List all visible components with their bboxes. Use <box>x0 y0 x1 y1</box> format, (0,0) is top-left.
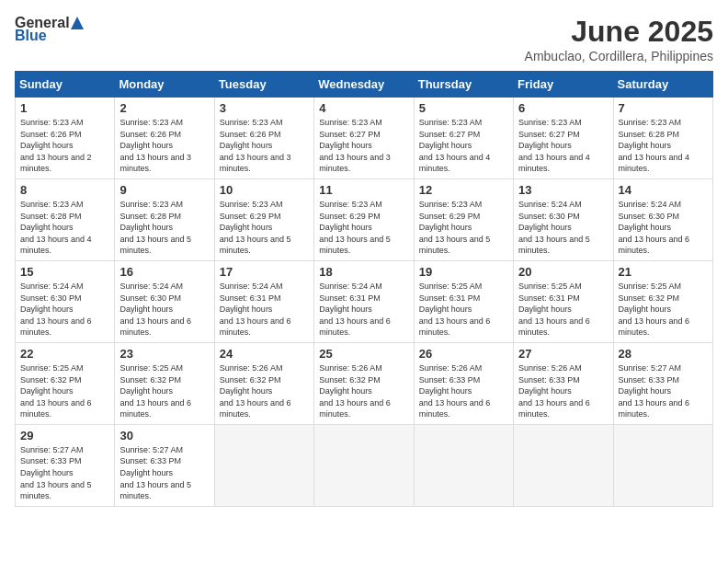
calendar-cell: 16Sunrise: 5:24 AMSunset: 6:30 PMDayligh… <box>115 260 214 342</box>
weekday-header-row: Sunday Monday Tuesday Wednesday Thursday… <box>16 72 713 98</box>
calendar-cell: 5Sunrise: 5:23 AMSunset: 6:27 PMDaylight… <box>414 98 513 179</box>
week-row: 29Sunrise: 5:27 AMSunset: 6:33 PMDayligh… <box>16 424 713 506</box>
week-row: 8Sunrise: 5:23 AMSunset: 6:28 PMDaylight… <box>16 178 713 260</box>
week-row: 22Sunrise: 5:25 AMSunset: 6:32 PMDayligh… <box>16 342 713 424</box>
calendar-cell <box>214 424 313 506</box>
calendar-cell: 8Sunrise: 5:23 AMSunset: 6:28 PMDaylight… <box>16 178 115 260</box>
calendar-cell: 15Sunrise: 5:24 AMSunset: 6:30 PMDayligh… <box>16 260 115 342</box>
subtitle: Ambuclao, Cordillera, Philippines <box>525 49 713 63</box>
header-saturday: Saturday <box>613 72 712 98</box>
calendar-cell: 2Sunrise: 5:23 AMSunset: 6:26 PMDaylight… <box>115 98 214 179</box>
calendar-cell <box>314 424 414 506</box>
logo: General Blue <box>15 15 85 44</box>
logo-blue: Blue <box>15 28 85 44</box>
calendar-cell: 3Sunrise: 5:23 AMSunset: 6:26 PMDaylight… <box>214 98 313 179</box>
header-tuesday: Tuesday <box>214 72 313 98</box>
calendar-cell <box>613 424 712 506</box>
header-thursday: Thursday <box>414 72 513 98</box>
calendar-cell: 14Sunrise: 5:24 AMSunset: 6:30 PMDayligh… <box>613 178 712 260</box>
header-sunday: Sunday <box>16 72 115 98</box>
calendar-cell: 23Sunrise: 5:25 AMSunset: 6:32 PMDayligh… <box>115 342 214 424</box>
calendar-cell: 1Sunrise: 5:23 AMSunset: 6:26 PMDaylight… <box>16 98 115 179</box>
calendar-cell: 12Sunrise: 5:23 AMSunset: 6:29 PMDayligh… <box>414 178 513 260</box>
calendar-cell: 18Sunrise: 5:24 AMSunset: 6:31 PMDayligh… <box>314 260 414 342</box>
header-wednesday: Wednesday <box>314 72 414 98</box>
calendar-cell: 7Sunrise: 5:23 AMSunset: 6:28 PMDaylight… <box>613 98 712 179</box>
calendar-cell <box>514 424 613 506</box>
calendar-cell: 19Sunrise: 5:25 AMSunset: 6:31 PMDayligh… <box>414 260 513 342</box>
calendar-cell: 11Sunrise: 5:23 AMSunset: 6:29 PMDayligh… <box>314 178 414 260</box>
calendar-cell <box>414 424 513 506</box>
calendar-cell: 26Sunrise: 5:26 AMSunset: 6:33 PMDayligh… <box>414 342 513 424</box>
title-section: June 2025 Ambuclao, Cordillera, Philippi… <box>525 15 713 63</box>
calendar-cell: 28Sunrise: 5:27 AMSunset: 6:33 PMDayligh… <box>613 342 712 424</box>
main-title: June 2025 <box>525 15 713 49</box>
calendar-cell: 13Sunrise: 5:24 AMSunset: 6:30 PMDayligh… <box>514 178 613 260</box>
week-row: 15Sunrise: 5:24 AMSunset: 6:30 PMDayligh… <box>16 260 713 342</box>
calendar-cell: 30Sunrise: 5:27 AMSunset: 6:33 PMDayligh… <box>115 424 214 506</box>
week-row-1: 1Sunrise: 5:23 AMSunset: 6:26 PMDaylight… <box>16 98 713 179</box>
calendar-cell: 25Sunrise: 5:26 AMSunset: 6:32 PMDayligh… <box>314 342 414 424</box>
calendar-cell: 6Sunrise: 5:23 AMSunset: 6:27 PMDaylight… <box>514 98 613 179</box>
calendar-cell: 20Sunrise: 5:25 AMSunset: 6:31 PMDayligh… <box>514 260 613 342</box>
calendar-cell: 10Sunrise: 5:23 AMSunset: 6:29 PMDayligh… <box>214 178 313 260</box>
calendar-cell: 17Sunrise: 5:24 AMSunset: 6:31 PMDayligh… <box>214 260 313 342</box>
calendar-cell: 21Sunrise: 5:25 AMSunset: 6:32 PMDayligh… <box>613 260 712 342</box>
calendar-cell: 22Sunrise: 5:25 AMSunset: 6:32 PMDayligh… <box>16 342 115 424</box>
calendar-cell: 4Sunrise: 5:23 AMSunset: 6:27 PMDaylight… <box>314 98 414 179</box>
calendar-cell: 27Sunrise: 5:26 AMSunset: 6:33 PMDayligh… <box>514 342 613 424</box>
page-header: General Blue June 2025 Ambuclao, Cordill… <box>15 15 713 63</box>
calendar-cell: 9Sunrise: 5:23 AMSunset: 6:28 PMDaylight… <box>115 178 214 260</box>
calendar-cell: 24Sunrise: 5:26 AMSunset: 6:32 PMDayligh… <box>214 342 313 424</box>
header-friday: Friday <box>514 72 613 98</box>
calendar-cell: 29Sunrise: 5:27 AMSunset: 6:33 PMDayligh… <box>16 424 115 506</box>
header-monday: Monday <box>115 72 214 98</box>
page-container: General Blue June 2025 Ambuclao, Cordill… <box>15 15 713 507</box>
calendar-table: Sunday Monday Tuesday Wednesday Thursday… <box>15 71 713 507</box>
